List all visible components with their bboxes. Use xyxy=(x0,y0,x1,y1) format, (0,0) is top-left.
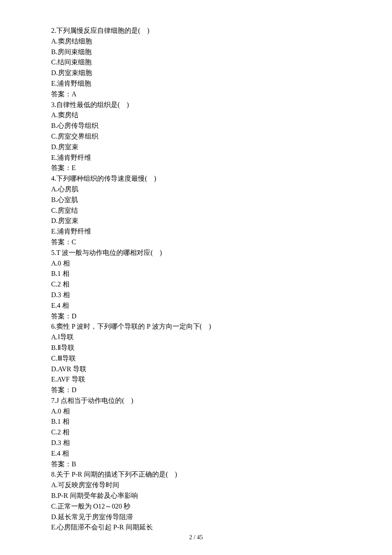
question-option: B.P-R 间期受年龄及心率影响 xyxy=(51,491,341,501)
question-answer: 答案：A xyxy=(51,89,341,100)
question-option: A.心房肌 xyxy=(51,184,341,195)
page-footer: 2 / 45 xyxy=(0,533,392,542)
question-option: A.0 相 xyxy=(51,258,341,269)
question-option: C.房室结 xyxy=(51,205,341,216)
question-option: E.4 相 xyxy=(51,448,341,459)
question-option: A.Ⅰ导联 xyxy=(51,332,341,343)
question-answer: 答案：E xyxy=(51,163,341,173)
question-option: C.房室交界组织 xyxy=(51,131,341,142)
question-option: A.0 相 xyxy=(51,406,341,417)
question-option: D.房室束 xyxy=(51,142,341,153)
question-stem: 2.下列属慢反应自律细胞的是( ) xyxy=(51,26,341,36)
question-option: A.窦房结 xyxy=(51,110,341,121)
question-option: B.Ⅱ导联 xyxy=(51,343,341,353)
question-option: B.房间束细胞 xyxy=(51,47,341,58)
question-option: B.1 相 xyxy=(51,416,341,427)
question-option: C.2 相 xyxy=(51,279,341,290)
question-stem: 4.下列哪种组织的传导速度最慢( ) xyxy=(51,173,341,184)
question-option: B.1 相 xyxy=(51,269,341,279)
question-option: D.3 相 xyxy=(51,290,341,301)
question-option: B.心室肌 xyxy=(51,195,341,205)
question-stem: 7.J 点相当于动作电位的( ) xyxy=(51,396,341,406)
question-answer: 答案：C xyxy=(51,237,341,248)
question-option: A.可反映房室传导时间 xyxy=(51,480,341,491)
question-option: E.浦肯野纤维 xyxy=(51,226,341,237)
document-page: 2.下列属慢反应自律细胞的是( )A.窦房结细胞B.房间束细胞C.结间束细胞D.… xyxy=(0,0,392,555)
question-option: C.正常一般为 O12～020 秒 xyxy=(51,501,341,512)
question-option: D.3 相 xyxy=(51,438,341,448)
question-option: D.延长常见于房室传导阻滞 xyxy=(51,512,341,523)
question-option: E.浦肯野细胞 xyxy=(51,78,341,89)
question-answer: 答案：D xyxy=(51,385,341,396)
question-stem: 8.关于 P-R 间期的描述下列不正确的是( ) xyxy=(51,469,341,480)
question-stem: 5.T 波一般与动作电位的哪相对应( ) xyxy=(51,248,341,258)
question-option: E.AVF 导联 xyxy=(51,374,341,385)
question-list: 2.下列属慢反应自律细胞的是( )A.窦房结细胞B.房间束细胞C.结间束细胞D.… xyxy=(51,26,341,533)
question-answer: 答案：B xyxy=(51,459,341,470)
question-option: D.房室束细胞 xyxy=(51,68,341,78)
question-option: C.Ⅲ导联 xyxy=(51,353,341,364)
question-stem: 3.自律性最低的组织是( ) xyxy=(51,100,341,110)
question-option: E.心房阻滞不会引起 P-R 间期延长 xyxy=(51,522,341,533)
question-option: A.窦房结细胞 xyxy=(51,36,341,47)
question-option: C.结间束细胞 xyxy=(51,57,341,68)
question-option: E.4 相 xyxy=(51,301,341,311)
question-option: D.房室束 xyxy=(51,216,341,226)
question-option: E.浦肯野纤维 xyxy=(51,153,341,163)
question-stem: 6.窦性 P 波时，下列哪个导联的 P 波方向一定向下( ) xyxy=(51,321,341,332)
question-option: B.心房传导组织 xyxy=(51,121,341,131)
question-answer: 答案：D xyxy=(51,311,341,322)
question-option: C.2 相 xyxy=(51,427,341,438)
question-option: D.AVR 导联 xyxy=(51,364,341,375)
